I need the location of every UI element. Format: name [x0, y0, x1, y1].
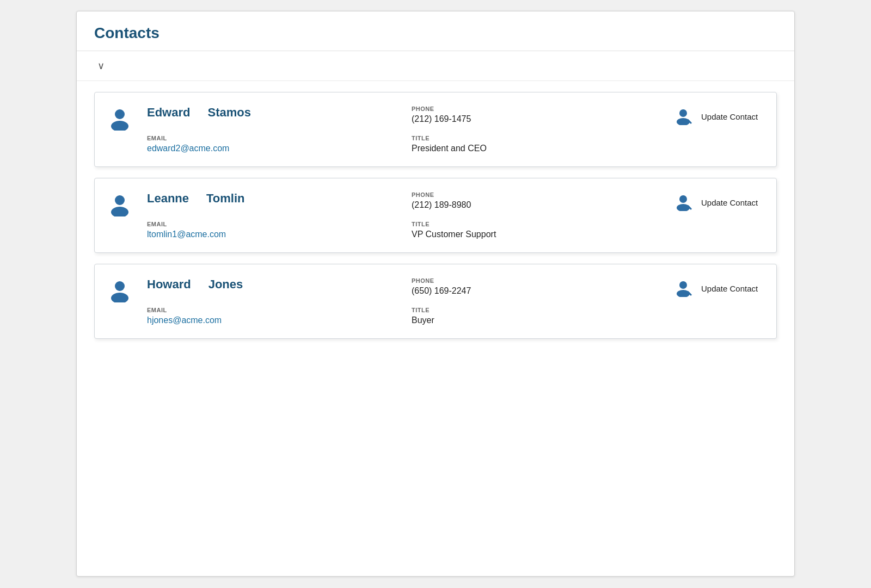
title-value: President and CEO	[412, 144, 667, 153]
svg-point-15	[677, 290, 690, 297]
update-contact-label: Update Contact	[701, 112, 758, 121]
svg-point-14	[679, 281, 687, 289]
contact-first-name: Edward	[147, 106, 190, 120]
svg-point-0	[115, 109, 125, 119]
page-container: Contacts ∨ Edward Stamos PHONE (212) 169…	[76, 11, 795, 577]
person-icon	[108, 107, 132, 131]
contact-avatar	[108, 189, 138, 216]
contact-name-row: Leanne Tomlin	[147, 189, 403, 206]
contact-last-name: Jones	[208, 277, 243, 292]
contact-name-row: Edward Stamos	[147, 103, 403, 120]
collapse-row: ∨	[77, 51, 794, 81]
contact-title-col: TITLE Buyer	[412, 307, 667, 325]
contacts-list: Edward Stamos PHONE (212) 169-1475	[77, 81, 794, 350]
page-title: Contacts	[94, 24, 777, 42]
title-value: Buyer	[412, 315, 667, 325]
contact-update-col: Update Contact	[676, 103, 763, 125]
update-contact-button[interactable]: Update Contact	[676, 194, 758, 211]
update-contact-label: Update Contact	[701, 284, 758, 293]
phone-value: (212) 189-8980	[412, 200, 667, 210]
contact-name-row: Howard Jones	[147, 275, 403, 292]
title-label: TITLE	[412, 221, 667, 227]
person-edit-icon	[676, 108, 696, 125]
email-link[interactable]: hjones@acme.com	[147, 315, 403, 325]
svg-point-7	[111, 207, 128, 216]
phone-value: (212) 169-1475	[412, 114, 667, 124]
title-value: VP Customer Support	[412, 230, 667, 239]
contact-update-col: Update Contact	[676, 189, 763, 211]
svg-point-6	[115, 195, 125, 205]
phone-label: PHONE	[412, 277, 667, 284]
contact-phone-col: PHONE (212) 169-1475	[412, 103, 667, 124]
contact-title-col: TITLE VP Customer Support	[412, 221, 667, 239]
email-link[interactable]: edward2@acme.com	[147, 144, 403, 153]
update-contact-icon	[676, 108, 696, 125]
contact-card-2: Leanne Tomlin PHONE (212) 189-8980	[94, 178, 777, 253]
email-link[interactable]: ltomlin1@acme.com	[147, 230, 403, 239]
person-icon	[108, 193, 132, 216]
svg-point-2	[679, 109, 687, 117]
contact-email-col: EMAIL hjones@acme.com	[147, 307, 403, 325]
title-label: TITLE	[412, 307, 667, 313]
contact-last-name: Stamos	[207, 106, 250, 120]
contact-avatar	[108, 275, 138, 302]
svg-point-3	[677, 118, 690, 125]
contact-phone-col: PHONE (650) 169-2247	[412, 275, 667, 296]
update-contact-button[interactable]: Update Contact	[676, 108, 758, 125]
contact-email-col: EMAIL edward2@acme.com	[147, 135, 403, 153]
svg-point-8	[679, 195, 687, 203]
update-contact-button[interactable]: Update Contact	[676, 280, 758, 297]
svg-point-12	[115, 281, 125, 291]
email-label: EMAIL	[147, 221, 403, 227]
title-label: TITLE	[412, 135, 667, 141]
collapse-button[interactable]: ∨	[94, 59, 108, 73]
contact-first-name: Howard	[147, 277, 191, 292]
svg-point-13	[111, 293, 128, 302]
contact-first-name: Leanne	[147, 191, 189, 206]
chevron-down-icon: ∨	[97, 60, 105, 71]
person-icon	[108, 278, 132, 302]
update-contact-icon	[676, 280, 696, 297]
contact-last-name: Tomlin	[206, 191, 244, 206]
contact-card-3: Howard Jones PHONE (650) 169-2247	[94, 264, 777, 339]
update-contact-icon	[676, 194, 696, 211]
person-edit-icon	[676, 280, 696, 297]
update-contact-label: Update Contact	[701, 198, 758, 207]
svg-point-9	[677, 204, 690, 211]
contact-phone-col: PHONE (212) 189-8980	[412, 189, 667, 210]
contact-update-col: Update Contact	[676, 275, 763, 297]
phone-value: (650) 169-2247	[412, 286, 667, 296]
contact-email-col: EMAIL ltomlin1@acme.com	[147, 221, 403, 239]
contact-card-1: Edward Stamos PHONE (212) 169-1475	[94, 92, 777, 167]
svg-point-1	[111, 121, 128, 131]
page-header: Contacts	[77, 11, 794, 51]
phone-label: PHONE	[412, 106, 667, 112]
person-edit-icon	[676, 194, 696, 211]
email-label: EMAIL	[147, 307, 403, 313]
phone-label: PHONE	[412, 191, 667, 198]
email-label: EMAIL	[147, 135, 403, 141]
contact-title-col: TITLE President and CEO	[412, 135, 667, 153]
contact-avatar	[108, 103, 138, 131]
